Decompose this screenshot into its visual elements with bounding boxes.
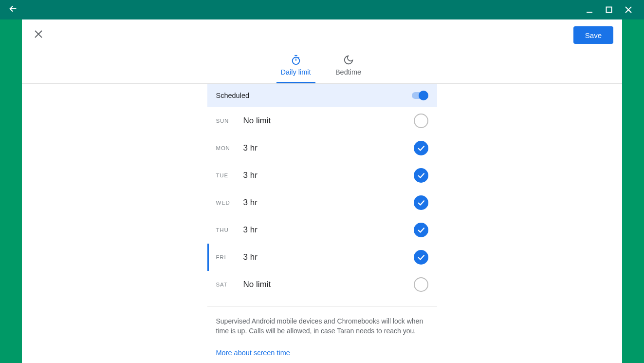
daily-limit-panel: Scheduled SUNNo limitMON3 hrTUE3 hrWED3 … — [207, 84, 437, 363]
maximize-icon[interactable] — [599, 0, 619, 19]
scheduled-label: Scheduled — [216, 92, 250, 99]
tab-daily-limit[interactable]: Daily limit — [276, 51, 315, 83]
day-toggle[interactable] — [414, 250, 428, 265]
day-abbr: WED — [216, 200, 243, 206]
day-toggle[interactable] — [414, 141, 428, 155]
svg-rect-1 — [607, 7, 612, 13]
dialog-page: Save Daily limit Bedtime Scheduled — [22, 19, 622, 363]
content-area: Scheduled SUNNo limitMON3 hrTUE3 hrWED3 … — [22, 84, 622, 363]
day-row-wed[interactable]: WED3 hr — [207, 189, 437, 216]
tab-bedtime[interactable]: Bedtime — [329, 51, 368, 83]
scheduled-row: Scheduled — [207, 84, 437, 107]
save-button[interactable]: Save — [573, 26, 613, 44]
day-value: 3 hr — [243, 143, 414, 153]
day-row-sun[interactable]: SUNNo limit — [207, 107, 437, 134]
tab-label: Daily limit — [280, 68, 311, 76]
day-value: 3 hr — [243, 252, 414, 262]
back-arrow-icon[interactable] — [8, 3, 18, 16]
close-icon[interactable] — [31, 26, 46, 44]
day-value: 3 hr — [243, 171, 414, 180]
svg-rect-0 — [587, 12, 592, 13]
scheduled-toggle[interactable] — [412, 91, 428, 100]
day-toggle[interactable] — [414, 223, 428, 237]
day-row-thu[interactable]: THU3 hr — [207, 216, 437, 244]
dialog-toolbar: Save — [22, 19, 622, 51]
stopwatch-icon — [291, 55, 301, 65]
window-titlebar — [0, 0, 644, 19]
day-abbr: MON — [216, 145, 243, 151]
day-value: 3 hr — [243, 198, 414, 208]
info-text: Supervised Android mobile devices and Ch… — [207, 306, 437, 340]
day-value: 3 hr — [243, 225, 414, 235]
learn-more-link[interactable]: More about screen time — [207, 340, 299, 363]
day-value: No limit — [243, 280, 414, 289]
tab-label: Bedtime — [335, 68, 361, 76]
day-abbr: FRI — [216, 254, 243, 260]
day-toggle[interactable] — [414, 195, 428, 210]
svg-point-2 — [292, 57, 299, 65]
day-row-fri[interactable]: FRI3 hr — [207, 244, 437, 271]
day-abbr: TUE — [216, 172, 243, 178]
day-row-tue[interactable]: TUE3 hr — [207, 162, 437, 189]
close-window-icon[interactable] — [619, 0, 638, 19]
day-row-mon[interactable]: MON3 hr — [207, 134, 437, 162]
day-value: No limit — [243, 116, 414, 126]
moon-icon — [343, 55, 354, 65]
day-toggle[interactable] — [414, 168, 428, 183]
day-abbr: THU — [216, 227, 243, 233]
day-toggle[interactable] — [414, 114, 428, 128]
day-abbr: SUN — [216, 118, 243, 124]
tab-bar: Daily limit Bedtime — [22, 51, 622, 84]
day-row-sat[interactable]: SATNo limit — [207, 271, 437, 298]
day-abbr: SAT — [216, 282, 243, 287]
day-toggle[interactable] — [414, 277, 428, 292]
minimize-icon[interactable] — [580, 0, 599, 19]
